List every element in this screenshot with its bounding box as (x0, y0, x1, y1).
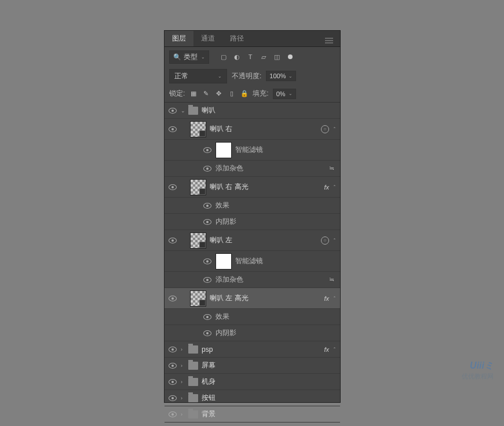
blend-mode-value: 正常 (174, 71, 188, 81)
collapse-icon[interactable]: ˆ (334, 184, 335, 190)
layer-thumbnail[interactable] (190, 121, 206, 137)
layers-list: ⌄ 喇叭 喇叭 右 ○ ˆ 智能滤镜 添加杂色 ≒ (165, 103, 340, 423)
layer-effect-item[interactable]: 内阴影 (165, 214, 340, 230)
collapse-icon[interactable]: ˆ (334, 296, 335, 301)
chevron-down-icon: ⌄ (288, 74, 293, 79)
filter-mask-thumbnail[interactable] (216, 142, 232, 158)
filter-row: 🔍 类型 ⌄ ▢ ◐ T ▱ ◫ (165, 47, 340, 67)
layer-name: 喇叭 左 高光 (210, 293, 324, 303)
layer-filter-item[interactable]: 添加杂色 ≒ (165, 272, 340, 288)
lock-pixels-icon[interactable]: ✎ (202, 89, 210, 98)
visibility-toggle[interactable] (199, 330, 216, 336)
layer-row[interactable]: 喇叭 左 高光 fx ˆ (165, 288, 340, 309)
layer-smart-filters[interactable]: 智能滤镜 (165, 140, 340, 161)
lock-transparency-icon[interactable]: ▦ (189, 89, 198, 98)
eye-icon (169, 108, 177, 114)
filter-toggle-icon[interactable] (286, 53, 294, 61)
lock-artboard-icon[interactable]: ▯ (227, 89, 236, 98)
layer-effects[interactable]: 效果 (165, 309, 340, 325)
visibility-toggle[interactable] (199, 219, 216, 225)
expand-icon[interactable]: › (181, 379, 187, 385)
visibility-toggle[interactable] (165, 184, 181, 190)
layer-filter-item[interactable]: 添加杂色 ≒ (165, 161, 340, 177)
blend-options-icon[interactable]: ≒ (329, 276, 334, 283)
eye-icon (169, 184, 177, 190)
filter-smart-icon[interactable]: ◫ (273, 53, 281, 61)
layer-group[interactable]: › psp fx ˆ (165, 341, 340, 358)
layer-effect-item[interactable]: 内阴影 (165, 325, 340, 341)
eye-icon (169, 238, 177, 243)
fill-input[interactable]: 0% ⌄ (273, 89, 296, 99)
visibility-toggle[interactable] (199, 147, 216, 153)
visibility-toggle[interactable] (199, 203, 216, 209)
layer-thumbnail[interactable] (190, 232, 206, 249)
filter-type-label: 类型 (184, 52, 198, 62)
layer-name: 效果 (216, 312, 335, 322)
layer-group[interactable]: › 屏幕 (165, 358, 340, 374)
visibility-toggle[interactable] (199, 258, 216, 264)
visibility-toggle[interactable] (165, 238, 181, 243)
filter-pixel-icon[interactable]: ▢ (220, 53, 228, 61)
folder-icon (188, 394, 198, 402)
visibility-toggle[interactable] (165, 379, 181, 385)
eye-icon (169, 126, 177, 132)
layer-group[interactable]: › 机身 (165, 374, 340, 390)
blend-options-icon[interactable]: ≒ (329, 165, 334, 172)
fill-label: 填充: (253, 89, 268, 99)
layer-row[interactable]: 喇叭 右 高光 fx ˆ (165, 177, 340, 198)
expand-icon[interactable]: › (181, 363, 187, 369)
collapse-icon[interactable]: ˆ (334, 347, 335, 352)
panel-menu-icon[interactable] (318, 31, 340, 46)
smart-filter-icon[interactable]: ○ (321, 236, 329, 245)
lock-all-icon[interactable]: 🔒 (240, 89, 249, 98)
layer-row[interactable]: 喇叭 右 ○ ˆ (165, 119, 340, 140)
expand-icon[interactable]: › (181, 412, 187, 417)
layer-name: 喇叭 左 (210, 235, 321, 245)
tab-channels[interactable]: 通道 (193, 31, 222, 46)
layer-effects[interactable]: 效果 (165, 198, 340, 214)
blend-mode-select[interactable]: 正常 ⌄ (169, 69, 227, 83)
expand-icon[interactable]: › (181, 347, 187, 352)
eye-icon (203, 147, 211, 153)
layer-group[interactable]: › 背景 (165, 406, 340, 423)
visibility-toggle[interactable] (165, 363, 181, 369)
lock-position-icon[interactable]: ✥ (214, 89, 223, 98)
filter-mask-thumbnail[interactable] (216, 253, 232, 270)
layer-group[interactable]: ⌄ 喇叭 (165, 103, 340, 119)
filter-type-select[interactable]: 🔍 类型 ⌄ (169, 50, 209, 64)
visibility-toggle[interactable] (165, 126, 181, 132)
collapse-icon[interactable]: ˆ (334, 126, 335, 132)
layer-group[interactable]: › 按钮 (165, 390, 340, 406)
visibility-toggle[interactable] (199, 166, 216, 172)
visibility-toggle[interactable] (165, 347, 181, 352)
layer-smart-filters[interactable]: 智能滤镜 (165, 251, 340, 272)
filter-adjust-icon[interactable]: ◐ (233, 53, 241, 61)
visibility-toggle[interactable] (165, 296, 181, 301)
blend-row: 正常 ⌄ 不透明度: 100% ⌄ (165, 67, 340, 85)
collapse-icon[interactable]: ˆ (334, 238, 335, 243)
visibility-toggle[interactable] (165, 412, 181, 417)
filter-shape-icon[interactable]: ▱ (260, 53, 268, 61)
filter-type-icon[interactable]: T (246, 53, 254, 61)
smart-filter-icon[interactable]: ○ (321, 125, 329, 133)
fill-value: 0% (276, 90, 286, 97)
tab-layers[interactable]: 图层 (165, 31, 193, 46)
layer-name: 喇叭 右 (210, 124, 321, 134)
expand-icon[interactable]: ⌄ (181, 108, 187, 114)
visibility-toggle[interactable] (165, 108, 181, 114)
expand-icon[interactable]: › (181, 395, 187, 401)
watermark-text: 优优教程网 (462, 372, 494, 381)
fx-badge[interactable]: fx (324, 346, 329, 353)
watermark-logo: Uiiiミ (462, 360, 494, 372)
visibility-toggle[interactable] (165, 395, 181, 401)
tab-paths[interactable]: 路径 (222, 31, 251, 46)
eye-icon (169, 363, 177, 369)
layer-row[interactable]: 喇叭 左 ○ ˆ (165, 230, 340, 251)
layer-thumbnail[interactable] (190, 290, 206, 307)
fx-badge[interactable]: fx (324, 295, 329, 302)
fx-badge[interactable]: fx (324, 184, 329, 191)
layer-thumbnail[interactable] (190, 179, 206, 195)
visibility-toggle[interactable] (199, 277, 216, 283)
visibility-toggle[interactable] (199, 314, 216, 320)
opacity-input[interactable]: 100% ⌄ (266, 71, 296, 81)
